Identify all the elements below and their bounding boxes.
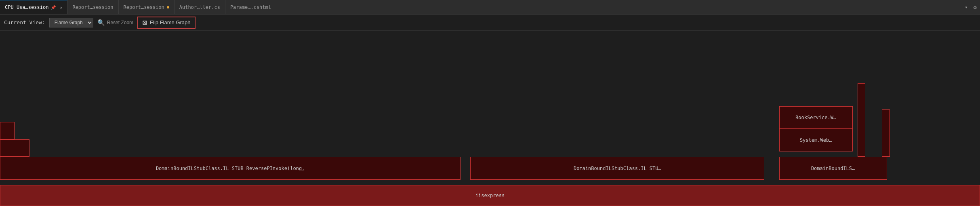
tab-modified-dot — [167, 6, 169, 8]
reset-zoom-label: Reset Zoom — [107, 20, 133, 25]
block-iisexpress[interactable]: iisexpress — [0, 185, 980, 206]
block-small1[interactable] — [0, 139, 29, 157]
tab-bar: CPU Usa…session 📌 ✕ Report…session Repor… — [0, 0, 980, 15]
block-tall2[interactable] — [882, 109, 890, 157]
block-domain3-label: DomainBoundILS… — [811, 166, 855, 171]
toolbar: Current View: Flame Graph Call Tree Modu… — [0, 15, 980, 31]
block-systemweb[interactable]: System.Web… — [779, 129, 853, 151]
block-domain2[interactable]: DomainBoundILStubClass.IL_STU… — [470, 157, 764, 179]
block-tall1[interactable] — [858, 83, 865, 157]
reset-zoom-button[interactable]: 🔍 Reset Zoom — [97, 19, 133, 26]
block-domain3[interactable]: DomainBoundILS… — [779, 157, 887, 179]
settings-icon[interactable]: ⚙ — [974, 4, 977, 11]
tab-label: Parame….cshtml — [230, 4, 271, 10]
tab-label: CPU Usa…session — [5, 4, 48, 10]
flip-icon: ⊠ — [142, 19, 147, 26]
flip-flame-graph-button[interactable]: ⊠ Flip Flame Graph — [137, 17, 195, 29]
pin-icon[interactable]: 📌 — [51, 5, 56, 10]
tab-overflow-button[interactable]: ▾ — [962, 4, 970, 10]
block-domain1[interactable]: DomainBoundILStubClass.IL_STUB_ReversePI… — [0, 157, 461, 179]
block-systemweb-label: System.Web… — [800, 137, 832, 143]
tab-close-icon[interactable]: ✕ — [60, 5, 62, 10]
tab-label: Author…ller.cs — [179, 4, 220, 10]
tab-parameters-cshtml[interactable]: Parame….cshtml — [225, 0, 276, 14]
tab-label: Report…session — [72, 4, 113, 10]
tab-label: Report…session — [124, 4, 164, 10]
tab-cpu-session[interactable]: CPU Usa…session 📌 ✕ — [0, 0, 67, 14]
block-iisexpress-label: iisexpress — [475, 193, 505, 198]
view-select[interactable]: Flame Graph Call Tree Modules — [49, 18, 93, 27]
flame-graph-area: iisexpressDomainBoundILStubClass.IL_STUB… — [0, 31, 980, 206]
tab-author-controller[interactable]: Author…ller.cs — [175, 0, 225, 14]
block-domain1-label: DomainBoundILStubClass.IL_STUB_ReversePI… — [156, 166, 305, 171]
block-bookservice[interactable]: BookService.W… — [779, 106, 853, 129]
tab-bar-end: ▾ ⚙ — [962, 4, 980, 11]
block-domain2-label: DomainBoundILStubClass.IL_STU… — [574, 166, 661, 171]
magnify-icon: 🔍 — [97, 19, 105, 26]
tab-report-session-2[interactable]: Report…session — [119, 0, 175, 14]
block-bookservice-label: BookService.W… — [795, 115, 836, 120]
flip-label: Flip Flame Graph — [150, 19, 190, 25]
tab-report-session-1[interactable]: Report…session — [67, 0, 118, 14]
block-small2[interactable] — [0, 122, 15, 139]
current-view-label: Current View: — [4, 19, 45, 25]
